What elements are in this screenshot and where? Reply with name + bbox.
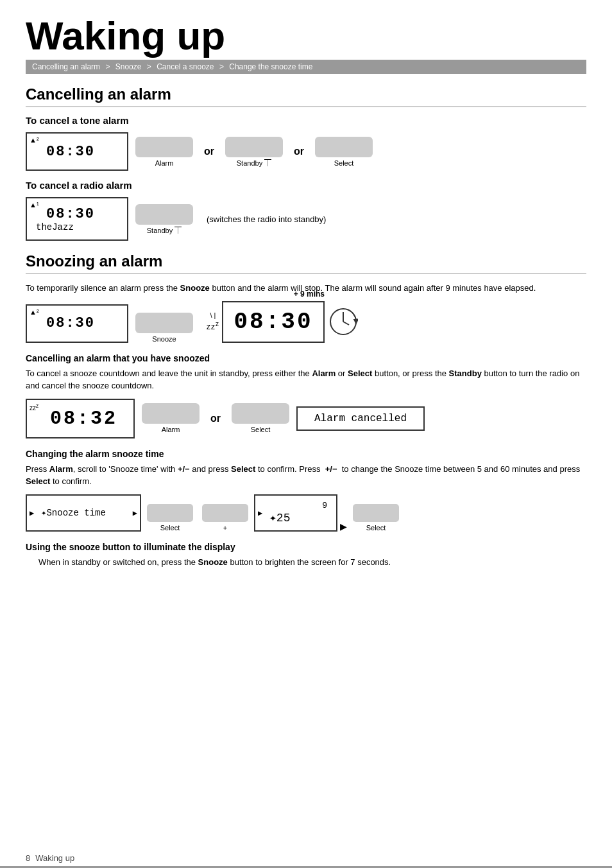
snooze-time-text: ✦Snooze time [41,507,106,518]
standby-button-group-2: Standby ⏉ [135,204,193,234]
snooze-button-group: Snooze [135,313,193,343]
zzz-top-icon: zzz [30,403,38,412]
snooze-current-val: ✦25 [269,510,330,525]
page-container: Waking up Cancelling an alarm > Snooze >… [0,0,612,600]
alarm-button-1[interactable] [135,137,193,157]
cancel-snoozed-body: To cancel a snooze countdown and leave t… [26,367,586,392]
snooze-top-num: 9 [322,501,327,510]
cancel-snoozed-time: 08:32 [50,408,117,430]
alarm-button-group-2: Alarm [142,403,200,433]
clock-icon [328,307,358,336]
select-button-group-1: Select [315,137,373,167]
select-button-1-label: Select [334,159,354,167]
snooze-result-display: 08:30 [222,301,325,343]
cancel-snoozed-display: zzz 08:32 [26,399,135,438]
standby-button-1[interactable] [225,137,283,157]
alarm-button-1-label: Alarm [155,159,174,167]
alarm-button-group-1: Alarm [135,137,193,167]
section-cancelling: Cancelling an alarm [26,85,586,107]
select-button-group-3: Select [147,504,193,532]
standby-button-2[interactable] [135,204,193,225]
radio-alarm-diagram: ▲¹ 08:30 theJazz Standby ⏉ (switches the… [26,197,586,241]
alarm-button-2-label: Alarm [162,426,180,433]
subsection-illuminate: Using the snooze button to illuminate th… [26,542,586,552]
radio-note: (switches the radio into standby) [207,214,326,224]
snooze-bold: Snooze [180,283,210,293]
select-button-2-label: Select [251,426,271,433]
breadcrumb-sep-2: > [147,62,153,71]
footer-label: Waking up [35,853,74,863]
breadcrumb-item-4: Change the snooze time [229,62,312,71]
zzz-indicator: \ | [210,311,216,319]
alarm-button-2[interactable] [142,403,200,424]
alarm-cancelled-text: Alarm cancelled [314,413,407,424]
subsection-tone-alarm: To cancel a tone alarm [26,115,586,126]
footer: 8 Waking up [26,853,74,863]
cancel-snoozed-diagram: zzz 08:32 Alarm or Select Alarm cancelle… [26,399,586,438]
select-button-3[interactable] [147,504,193,522]
snooze-diagram: ▲² 08:30 Snooze \ | zzz + 9 mins 08:30 [26,301,586,343]
snooze-menu-icon2: ▶ [258,508,262,517]
subsection-cancel-snoozed: Cancelling an alarm that you have snooze… [26,353,586,363]
select-button-4[interactable] [353,504,399,522]
select-button-2[interactable] [232,403,289,424]
change-snooze-body: Press Alarm, scroll to 'Snooze time' wit… [26,463,586,488]
select-button-3-label: Select [160,524,180,532]
plus-button-group: + [202,504,248,532]
plus-button[interactable] [202,504,248,522]
or-text-1: or [204,146,214,157]
radio-alarm-time: 08:30 [46,206,95,222]
standby-button-1-label: Standby ⏉ [237,159,271,167]
standby-button-group-1: Standby ⏉ [225,137,283,167]
breadcrumb-item-2: Snooze [115,62,142,71]
snooze-button-label: Snooze [152,335,176,343]
section-snoozing: Snoozing an alarm [26,252,586,274]
snooze-button[interactable] [135,313,193,333]
snooze-input-time: 08:30 [46,315,95,331]
select-button-group-4: Select [353,504,399,532]
alarm-icon-radio: ▲¹ [30,201,39,209]
radio-alarm-display: ▲¹ 08:30 theJazz [26,197,128,241]
tone-alarm-time: 08:30 [46,144,95,160]
select-button-group-2: Select [232,403,289,433]
select-button-4-label: Select [366,524,386,532]
or-text-3: or [210,413,221,424]
select-button-1[interactable] [315,137,373,157]
page-number: 8 [26,853,30,863]
right-arrow-icon: ▶ [340,521,347,532]
breadcrumb-item-1: Cancelling an alarm [32,62,100,71]
zzz-text: zzz [207,320,219,331]
standby-button-2-label: Standby ⏉ [147,227,182,234]
snooze-result-time: 08:30 [234,309,312,335]
alarm-icon-tone: ▲² [30,136,39,144]
page-title: Waking up [26,13,586,58]
snooze-right-arrow: ▶ [133,508,137,517]
subsection-change-snooze: Changing the alarm snooze time [26,449,586,459]
illuminate-body: When in standby or switched on, press th… [26,556,586,569]
subsection-radio-alarm: To cancel a radio alarm [26,180,586,191]
radio-station-text: theJazz [36,222,74,232]
alarm-cancelled-display: Alarm cancelled [296,406,425,431]
tone-alarm-diagram: ▲² 08:30 Alarm or Standby ⏉ or Select [26,132,586,171]
title-waking: Waking up [26,13,225,58]
breadcrumb-item-3: Cancel a snooze [157,62,214,71]
alarm-icon-snooze: ▲² [30,308,39,316]
snooze-menu-icon: ▶ [30,508,34,517]
breadcrumb: Cancelling an alarm > Snooze > Cancel a … [26,60,586,74]
tone-alarm-display: ▲² 08:30 [26,132,128,171]
breadcrumb-sep-1: > [105,62,112,71]
snooze-mins-display: 9 ▶ ✦25 [254,494,337,532]
snooze-input-display: ▲² 08:30 [26,304,128,343]
change-snooze-diagram: ▶ ✦Snooze time ▶ Select + 9 ▶ ✦25 ▶ Sele… [26,494,586,532]
svg-line-2 [343,322,349,325]
snooze-result-wrap: + 9 mins 08:30 [222,301,325,343]
plus-9-mins-label: + 9 mins [294,290,325,299]
breadcrumb-sep-3: > [219,62,226,71]
plus-button-label: + [223,524,227,532]
or-text-2: or [294,146,304,157]
snooze-time-display: ▶ ✦Snooze time ▶ [26,494,141,532]
